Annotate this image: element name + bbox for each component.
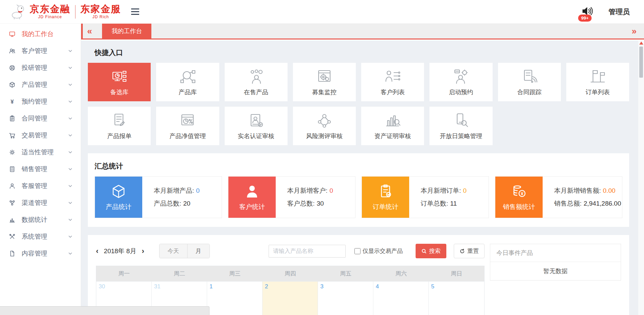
trade-only-checkbox[interactable] (354, 248, 361, 254)
calendar-panel: ‹ 2018年 8月 › 今天 月 仅显示交易产品 搜索 (88, 235, 629, 315)
quick-card-customer-list[interactable]: 客户列表 (361, 63, 424, 101)
quick-card-label: 在售产品 (244, 88, 268, 96)
sidebar-item-label: 合同管理 (22, 114, 47, 123)
logo-jd-rich: 东家金服 JD Rich (80, 4, 121, 19)
search-button[interactable]: 搜索 (416, 244, 446, 258)
search-icon (421, 248, 427, 254)
app-header: 京东金融 JD Finance 东家金服 JD Rich 99+ 管理员 (0, 0, 644, 24)
weekday-label: 周一 (96, 266, 152, 281)
calendar-month-label: 2018年 8月 (104, 247, 136, 256)
today-events-title: 今日事件产品 (490, 244, 621, 262)
sidebar-item-trade-mgmt[interactable]: 交易管理 (0, 127, 81, 144)
user-menu[interactable]: 管理员 (609, 7, 630, 17)
quick-card-open-day-strategy[interactable]: 开放日策略管理 (429, 107, 492, 145)
calendar-toolbar: ‹ 2018年 8月 › 今天 月 仅显示交易产品 搜索 (96, 244, 485, 258)
quick-card-start-reservation[interactable]: 启动预约 (429, 63, 492, 101)
product-search-input[interactable] (269, 245, 346, 258)
tabs-scroll-left-button[interactable]: « (81, 27, 98, 35)
sidebar-item-service-mgmt[interactable]: 客服管理 (0, 178, 81, 194)
calendar-view-switch: 今天 月 (159, 244, 210, 258)
sidebar-item-customer-mgmt[interactable]: 客户管理 (0, 43, 81, 59)
jd-dog-mascot-icon (9, 3, 27, 21)
tools-icon (9, 233, 17, 240)
calendar-cell[interactable]: 5 (429, 281, 484, 315)
sidebar-item-system-mgmt[interactable]: 系统管理 (0, 228, 81, 245)
research-icon (9, 64, 17, 71)
vertical-scrollbar[interactable] (638, 41, 644, 315)
sidebar-item-label: 适当性管理 (22, 148, 54, 157)
calendar-cell[interactable]: 4 (373, 281, 429, 315)
quick-card-fundraise-monitor[interactable]: 募集监控 (293, 63, 356, 101)
chevron-down-icon (68, 251, 73, 256)
weekday-label: 周三 (207, 266, 263, 281)
quick-card-product-library[interactable]: 产品库 (156, 63, 219, 101)
scrollbar-thumb[interactable] (639, 47, 643, 78)
menu-toggle-icon[interactable] (131, 8, 139, 15)
stat-line1-value: 0 (329, 187, 333, 194)
quick-card-label: 实名认证审核 (238, 132, 274, 140)
summary-panel: 汇总统计 产品统计 本月新增产品:0 产品总数:20 客户统计 本月新增客 (88, 153, 629, 227)
calendar-cell[interactable]: 1 (207, 281, 263, 315)
quick-card-product-declaration[interactable]: 产品报单 (88, 107, 151, 145)
stat-line2-label: 客户总数: (287, 200, 315, 207)
channel-icon (9, 200, 17, 206)
sidebar-item-content-mgmt[interactable]: 内容管理 (0, 245, 81, 262)
quick-card-label: 开放日策略管理 (440, 132, 482, 140)
today-button[interactable]: 今天 (159, 244, 187, 258)
reset-button[interactable]: 重置 (454, 244, 485, 258)
search-button-label: 搜索 (429, 247, 441, 255)
quick-card-asset-proof-review[interactable]: 资产证明审核 (361, 107, 424, 145)
calendar-prev-button[interactable]: ‹ (96, 247, 98, 256)
scroll-up-arrow-icon[interactable] (639, 42, 643, 45)
chevron-down-icon (68, 99, 73, 104)
quick-card-label: 风险测评审核 (306, 132, 343, 140)
quick-card-risk-assessment-review[interactable]: 风险测评审核 (293, 107, 356, 145)
sidebar-item-channel-mgmt[interactable]: 渠道管理 (0, 194, 81, 211)
sidebar-item-research-mgmt[interactable]: 投研管理 (0, 59, 81, 76)
sidebar-item-contract-mgmt[interactable]: 合同管理 (0, 110, 81, 127)
weekday-label: 周四 (263, 266, 318, 281)
chevron-down-icon (68, 184, 73, 188)
quick-card-contract-tracking[interactable]: 合同跟踪 (498, 63, 561, 101)
bar-chart-icon (9, 216, 17, 223)
sidebar-item-data-stats[interactable]: 数据统计 (0, 211, 81, 228)
weekday-label: 周日 (429, 266, 484, 281)
quick-card-alternative-pool[interactable]: 备选库 (88, 63, 151, 101)
logo-jd-finance: 京东金融 JD Finance (30, 4, 70, 19)
svg-text:¥: ¥ (10, 99, 14, 105)
month-view-button[interactable]: 月 (187, 244, 209, 258)
quick-card-nav-management[interactable]: 产品净值管理 (156, 107, 219, 145)
sidebar-item-workbench[interactable]: 我的工作台 (0, 26, 81, 43)
trade-only-filter[interactable]: 仅显示交易产品 (354, 247, 403, 255)
sidebar-item-product-mgmt[interactable]: 产品管理 (0, 76, 81, 93)
quick-card-order-list[interactable]: 订单列表 (566, 63, 629, 101)
calculator-icon (9, 166, 17, 173)
quick-entry-title: 快捷入口 (95, 48, 629, 57)
stat-line2-label: 产品总数: (154, 200, 181, 207)
sidebar-item-suitability-mgmt[interactable]: 适当性管理 (0, 144, 81, 161)
chevron-down-icon (68, 217, 73, 222)
stat-line2-value: 11 (450, 200, 457, 207)
order-list-icon (589, 68, 606, 85)
tabs-scroll-right-button[interactable]: » (626, 27, 644, 35)
trade-only-label: 仅显示交易产品 (363, 247, 403, 255)
clipboard-check-icon (377, 183, 394, 200)
stat-line2-label: 订单总数: (421, 200, 448, 207)
tab-workbench[interactable]: 我的工作台 (102, 23, 151, 38)
quick-card-identity-verification[interactable]: 实名认证审核 (225, 107, 288, 145)
refresh-icon (460, 248, 465, 254)
browser-status-tooltip (0, 306, 209, 315)
quick-card-products-on-sale[interactable]: 在售产品 (225, 63, 288, 101)
logo-divider (75, 5, 76, 19)
calendar-cell-today[interactable]: 2 (263, 281, 318, 315)
stat-grid: 产品统计 本月新增产品:0 产品总数:20 客户统计 本月新增客户:0 客户总数… (95, 176, 622, 218)
stat-card-products: 产品统计 本月新增产品:0 产品总数:20 (95, 176, 222, 218)
sidebar-item-sales-mgmt[interactable]: 销售管理 (0, 161, 81, 178)
tab-bar-accent (81, 24, 83, 40)
calendar-next-button[interactable]: › (142, 247, 144, 256)
customers-icon (9, 48, 17, 54)
calendar-cell[interactable]: 3 (318, 281, 373, 315)
notifications-button[interactable]: 99+ (581, 6, 593, 18)
sidebar-item-reservation-mgmt[interactable]: ¥ 预约管理 (0, 93, 81, 110)
alternative-pool-icon (110, 68, 128, 85)
